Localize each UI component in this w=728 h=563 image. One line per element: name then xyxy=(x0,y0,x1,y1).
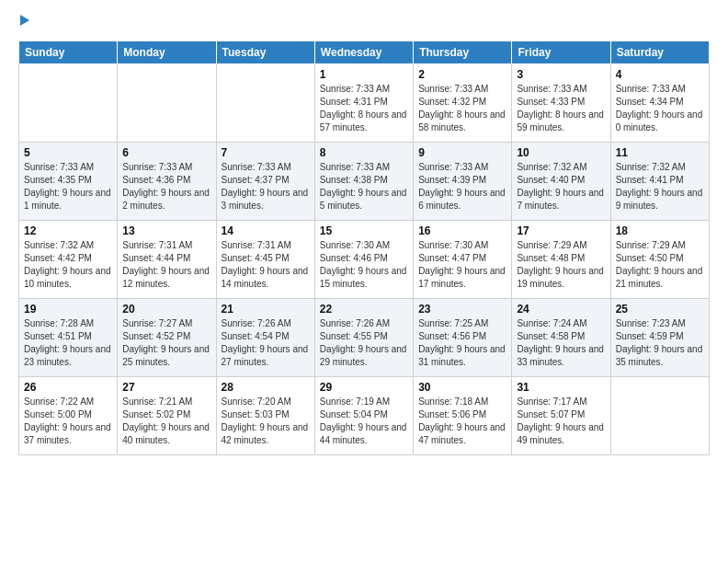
day-number: 17 xyxy=(517,224,605,237)
calendar-day-cell: 12Sunrise: 7:32 AM Sunset: 4:42 PM Dayli… xyxy=(19,221,118,299)
day-number: 29 xyxy=(320,381,408,394)
day-info: Sunrise: 7:32 AM Sunset: 4:40 PM Dayligh… xyxy=(517,161,605,213)
calendar-day-cell: 10Sunrise: 7:32 AM Sunset: 4:40 PM Dayli… xyxy=(512,143,610,221)
day-info: Sunrise: 7:17 AM Sunset: 5:07 PM Dayligh… xyxy=(517,396,605,447)
day-info: Sunrise: 7:32 AM Sunset: 4:41 PM Dayligh… xyxy=(616,161,704,213)
weekday-header-wednesday: Wednesday xyxy=(314,41,413,64)
day-number: 22 xyxy=(320,303,408,316)
weekday-header-thursday: Thursday xyxy=(414,41,512,64)
calendar-week-row: 26Sunrise: 7:22 AM Sunset: 5:00 PM Dayli… xyxy=(19,377,710,455)
calendar-week-row: 1Sunrise: 7:33 AM Sunset: 4:31 PM Daylig… xyxy=(19,64,710,143)
calendar-week-row: 5Sunrise: 7:33 AM Sunset: 4:35 PM Daylig… xyxy=(19,143,710,221)
calendar-week-row: 12Sunrise: 7:32 AM Sunset: 4:42 PM Dayli… xyxy=(19,221,710,299)
calendar-day-cell: 9Sunrise: 7:33 AM Sunset: 4:39 PM Daylig… xyxy=(414,143,512,221)
day-info: Sunrise: 7:29 AM Sunset: 4:50 PM Dayligh… xyxy=(616,239,704,291)
calendar-table: SundayMondayTuesdayWednesdayThursdayFrid… xyxy=(18,40,710,455)
day-number: 1 xyxy=(320,68,408,81)
day-info: Sunrise: 7:33 AM Sunset: 4:36 PM Dayligh… xyxy=(122,161,210,213)
calendar-day-cell: 16Sunrise: 7:30 AM Sunset: 4:47 PM Dayli… xyxy=(414,221,512,299)
logo-triangle-icon xyxy=(20,15,29,26)
calendar-day-cell: 15Sunrise: 7:30 AM Sunset: 4:46 PM Dayli… xyxy=(314,221,413,299)
day-number: 26 xyxy=(24,381,112,394)
day-info: Sunrise: 7:18 AM Sunset: 5:06 PM Dayligh… xyxy=(418,396,506,447)
weekday-header-saturday: Saturday xyxy=(610,41,709,64)
day-number: 12 xyxy=(24,224,112,237)
day-number: 11 xyxy=(616,146,704,159)
weekday-header-friday: Friday xyxy=(512,41,610,64)
day-number: 21 xyxy=(222,303,310,316)
calendar-day-cell: 13Sunrise: 7:31 AM Sunset: 4:44 PM Dayli… xyxy=(118,221,216,299)
day-info: Sunrise: 7:26 AM Sunset: 4:54 PM Dayligh… xyxy=(222,317,310,369)
weekday-header-sunday: Sunday xyxy=(19,41,118,64)
day-number: 2 xyxy=(418,68,506,81)
day-info: Sunrise: 7:22 AM Sunset: 5:00 PM Dayligh… xyxy=(24,396,112,447)
calendar-day-cell: 5Sunrise: 7:33 AM Sunset: 4:35 PM Daylig… xyxy=(19,143,118,221)
day-number: 23 xyxy=(418,303,506,316)
day-info: Sunrise: 7:20 AM Sunset: 5:03 PM Dayligh… xyxy=(222,396,310,447)
weekday-header-monday: Monday xyxy=(118,41,216,64)
day-info: Sunrise: 7:28 AM Sunset: 4:51 PM Dayligh… xyxy=(24,317,112,369)
day-info: Sunrise: 7:30 AM Sunset: 4:47 PM Dayligh… xyxy=(418,239,506,291)
calendar-day-cell xyxy=(19,64,118,143)
calendar-day-cell: 11Sunrise: 7:32 AM Sunset: 4:41 PM Dayli… xyxy=(610,143,709,221)
day-info: Sunrise: 7:33 AM Sunset: 4:33 PM Dayligh… xyxy=(517,83,605,134)
day-info: Sunrise: 7:33 AM Sunset: 4:39 PM Dayligh… xyxy=(418,161,506,213)
day-number: 10 xyxy=(517,146,605,159)
day-number: 18 xyxy=(616,224,704,237)
day-number: 3 xyxy=(517,68,605,81)
calendar-day-cell xyxy=(216,64,314,143)
page-header xyxy=(18,15,710,29)
day-info: Sunrise: 7:31 AM Sunset: 4:44 PM Dayligh… xyxy=(122,239,210,291)
calendar-day-cell: 31Sunrise: 7:17 AM Sunset: 5:07 PM Dayli… xyxy=(512,377,610,455)
calendar-day-cell: 14Sunrise: 7:31 AM Sunset: 4:45 PM Dayli… xyxy=(216,221,314,299)
day-number: 30 xyxy=(418,381,506,394)
day-number: 7 xyxy=(222,146,310,159)
calendar-week-row: 19Sunrise: 7:28 AM Sunset: 4:51 PM Dayli… xyxy=(19,299,710,377)
calendar-day-cell: 17Sunrise: 7:29 AM Sunset: 4:48 PM Dayli… xyxy=(512,221,610,299)
calendar-day-cell: 3Sunrise: 7:33 AM Sunset: 4:33 PM Daylig… xyxy=(512,64,610,143)
day-number: 9 xyxy=(418,146,506,159)
day-info: Sunrise: 7:31 AM Sunset: 4:45 PM Dayligh… xyxy=(222,239,310,291)
calendar-day-cell: 2Sunrise: 7:33 AM Sunset: 4:32 PM Daylig… xyxy=(414,64,512,143)
day-number: 14 xyxy=(222,224,310,237)
weekday-header-tuesday: Tuesday xyxy=(216,41,314,64)
calendar-day-cell: 21Sunrise: 7:26 AM Sunset: 4:54 PM Dayli… xyxy=(216,299,314,377)
calendar-day-cell: 8Sunrise: 7:33 AM Sunset: 4:38 PM Daylig… xyxy=(314,143,413,221)
day-number: 4 xyxy=(616,68,704,81)
day-info: Sunrise: 7:29 AM Sunset: 4:48 PM Dayligh… xyxy=(517,239,605,291)
day-number: 27 xyxy=(122,381,210,394)
calendar-day-cell: 23Sunrise: 7:25 AM Sunset: 4:56 PM Dayli… xyxy=(414,299,512,377)
day-number: 24 xyxy=(517,303,605,316)
day-number: 28 xyxy=(222,381,310,394)
day-number: 13 xyxy=(122,224,210,237)
day-info: Sunrise: 7:26 AM Sunset: 4:55 PM Dayligh… xyxy=(320,317,408,369)
day-number: 6 xyxy=(122,146,210,159)
calendar-day-cell: 28Sunrise: 7:20 AM Sunset: 5:03 PM Dayli… xyxy=(216,377,314,455)
day-info: Sunrise: 7:21 AM Sunset: 5:02 PM Dayligh… xyxy=(122,396,210,447)
calendar-day-cell: 25Sunrise: 7:23 AM Sunset: 4:59 PM Dayli… xyxy=(610,299,709,377)
calendar-day-cell: 4Sunrise: 7:33 AM Sunset: 4:34 PM Daylig… xyxy=(610,64,709,143)
day-number: 20 xyxy=(122,303,210,316)
day-info: Sunrise: 7:33 AM Sunset: 4:31 PM Dayligh… xyxy=(320,83,408,134)
day-number: 31 xyxy=(517,381,605,394)
day-info: Sunrise: 7:32 AM Sunset: 4:42 PM Dayligh… xyxy=(24,239,112,291)
calendar-day-cell: 19Sunrise: 7:28 AM Sunset: 4:51 PM Dayli… xyxy=(19,299,118,377)
calendar-day-cell: 29Sunrise: 7:19 AM Sunset: 5:04 PM Dayli… xyxy=(314,377,413,455)
weekday-header-row: SundayMondayTuesdayWednesdayThursdayFrid… xyxy=(19,41,710,64)
calendar-day-cell: 26Sunrise: 7:22 AM Sunset: 5:00 PM Dayli… xyxy=(19,377,118,455)
calendar-day-cell: 1Sunrise: 7:33 AM Sunset: 4:31 PM Daylig… xyxy=(314,64,413,143)
day-info: Sunrise: 7:33 AM Sunset: 4:34 PM Dayligh… xyxy=(616,83,704,134)
calendar-day-cell: 6Sunrise: 7:33 AM Sunset: 4:36 PM Daylig… xyxy=(118,143,216,221)
calendar-day-cell: 22Sunrise: 7:26 AM Sunset: 4:55 PM Dayli… xyxy=(314,299,413,377)
day-info: Sunrise: 7:30 AM Sunset: 4:46 PM Dayligh… xyxy=(320,239,408,291)
day-number: 15 xyxy=(320,224,408,237)
day-info: Sunrise: 7:27 AM Sunset: 4:52 PM Dayligh… xyxy=(122,317,210,369)
day-number: 5 xyxy=(24,146,112,159)
calendar-day-cell: 27Sunrise: 7:21 AM Sunset: 5:02 PM Dayli… xyxy=(118,377,216,455)
day-info: Sunrise: 7:33 AM Sunset: 4:32 PM Dayligh… xyxy=(418,83,506,134)
day-info: Sunrise: 7:23 AM Sunset: 4:59 PM Dayligh… xyxy=(616,317,704,369)
day-info: Sunrise: 7:19 AM Sunset: 5:04 PM Dayligh… xyxy=(320,396,408,447)
day-info: Sunrise: 7:25 AM Sunset: 4:56 PM Dayligh… xyxy=(418,317,506,369)
calendar-day-cell: 18Sunrise: 7:29 AM Sunset: 4:50 PM Dayli… xyxy=(610,221,709,299)
day-number: 19 xyxy=(24,303,112,316)
